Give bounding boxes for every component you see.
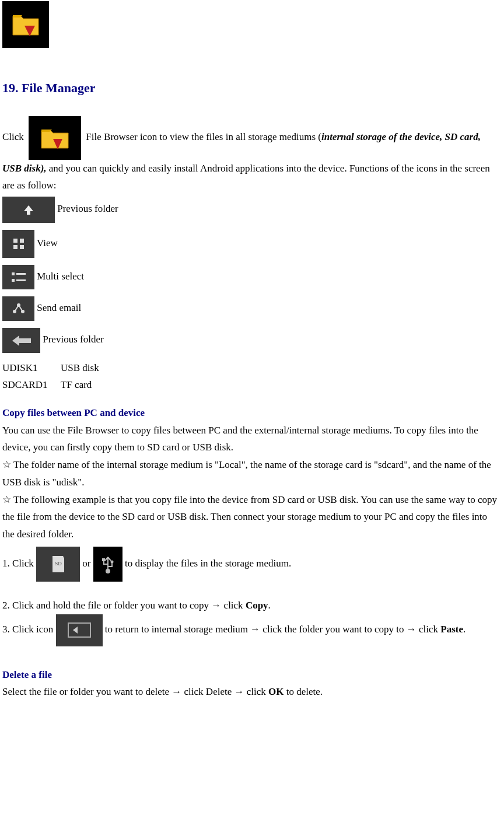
step3-c: . [463,624,466,635]
copy-step1: 1. Click SD or to display the files in t… [2,547,502,582]
step1-b: or [80,558,93,569]
subsection-delete-heading: Delete a file [2,666,502,684]
svg-point-14 [110,560,113,563]
def-key: SDCARD1 [2,377,61,394]
copy-star2: ☆ The following example is that you copy… [2,491,502,543]
svg-rect-5 [16,273,26,275]
copy-step2: 2. Click and hold the file or folder you… [2,597,502,614]
share-icon [2,296,34,321]
svg-rect-4 [12,272,15,275]
subsection-copy-heading: Copy files between PC and device [2,404,502,422]
svg-rect-2 [13,245,18,249]
icon-row-email: Send email [2,296,502,321]
section-heading: 19. File Manager [2,77,502,100]
copy-star1: ☆ The folder name of the internal storag… [2,456,502,491]
icon-row-prev: Previous folder [2,197,502,223]
sd-card-icon: SD [36,547,80,582]
step3-b: to return to internal storage medium → c… [103,624,441,635]
intro-click: Click [2,131,24,142]
svg-rect-1 [20,239,24,243]
def-val: TF card [61,379,92,390]
icon-row-back: Previous folder [2,328,502,353]
delete-b: to delete. [284,686,323,697]
paste-label: Paste [440,624,463,635]
intro-after-icon: File Browser icon to view the files in a… [86,131,321,142]
step1-a: 1. Click [2,558,36,569]
step3-a: 3. Click icon [2,624,56,635]
svg-rect-3 [20,245,24,249]
svg-text:SD: SD [55,561,62,566]
back-arrow-icon [2,328,40,353]
def-key: UDISK1 [2,360,61,377]
icon-label: Previous folder [43,334,103,345]
copy-label: Copy [246,600,268,611]
step2-a: 2. Click and hold the file or folder you… [2,600,246,611]
return-icon [56,614,103,646]
file-browser-icon [29,116,81,160]
intro-paragraph: Click File Browser icon to view the file… [2,116,502,195]
copy-step3: 3. Click icon to return to internal stor… [2,614,502,646]
step1-c: to display the files in the storage medi… [123,558,291,569]
delete-a: Select the file or folder you want to de… [2,686,268,697]
file-manager-app-icon [2,1,49,48]
svg-rect-0 [13,239,18,243]
ok-label: OK [268,686,284,697]
step2-b: . [268,600,271,611]
svg-rect-13 [102,558,105,561]
up-arrow-icon [2,197,55,223]
usb-icon [93,547,123,582]
icon-row-multi: Multi select [2,265,502,289]
intro-rest: and you can quickly and easily install A… [2,163,490,191]
multiselect-icon [2,265,34,289]
icon-label: Previous folder [57,203,118,214]
icon-row-view: View [2,230,502,258]
grid-view-icon [2,230,34,258]
svg-rect-15 [68,623,90,637]
delete-p: Select the file or folder you want to de… [2,683,502,701]
icon-label: Multi select [37,271,84,282]
storage-definitions: UDISK1USB disk SDCARD1TF card [2,360,502,394]
icon-label: View [37,237,58,249]
def-val: USB disk [61,362,99,373]
svg-rect-6 [12,279,15,282]
svg-rect-7 [16,279,26,281]
icon-label: Send email [37,302,81,313]
copy-p1: You can use the File Browser to copy fil… [2,422,502,457]
